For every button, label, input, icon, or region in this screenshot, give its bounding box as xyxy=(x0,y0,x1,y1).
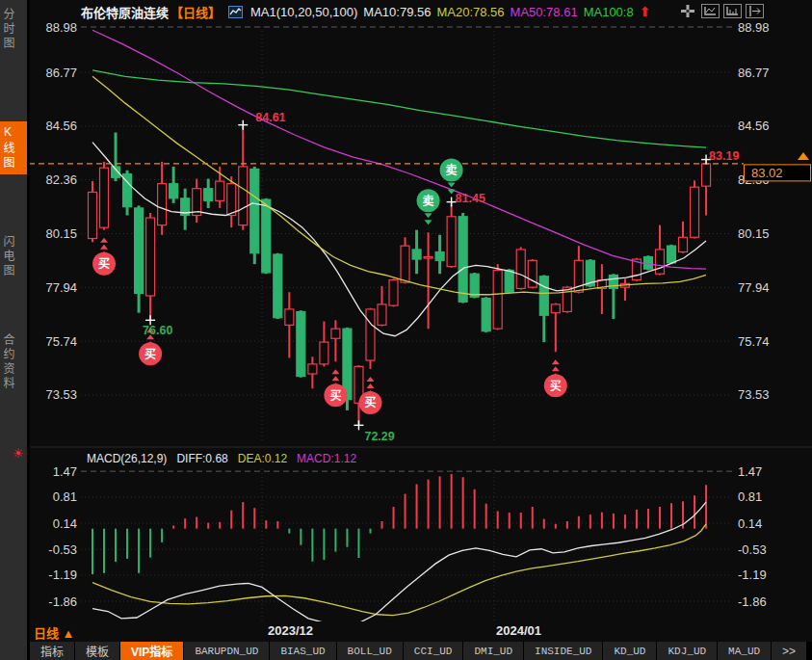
indicator-tab-bar: 指标模板VIP指标BARUPDN_UDBIAS_UDBOLL_UDCCI_UDD… xyxy=(30,642,812,660)
candle-body xyxy=(401,246,409,282)
sell-signal-label: 卖 xyxy=(423,194,434,208)
extreme-price-label: 76.60 xyxy=(143,324,172,337)
macd-tick-right: 1.47 xyxy=(738,464,762,479)
left-sidebar: 分时图 K线图 闪电图 合约资料 xyxy=(0,0,30,660)
scale-chart-icon[interactable] xyxy=(723,3,742,18)
candle-body xyxy=(563,287,571,311)
candle-body xyxy=(493,270,502,329)
price-tick-right: 86.77 xyxy=(738,66,770,80)
macd-tick-left: -0.53 xyxy=(48,542,77,557)
period-tag: 【日线】 xyxy=(170,3,221,21)
candle-body xyxy=(216,181,224,200)
price-tick-left: 73.53 xyxy=(45,387,77,402)
indicator-tab-11[interactable]: MA_UD xyxy=(718,642,771,660)
indicator-tab-8[interactable]: INSIDE_UD xyxy=(524,642,602,660)
buy-arrow-icon xyxy=(552,366,560,371)
price-tick-left: 75.74 xyxy=(45,334,77,349)
candle-body xyxy=(447,217,456,267)
buy-arrow-icon xyxy=(100,245,108,250)
candle-body xyxy=(505,270,513,292)
candle-body xyxy=(389,280,398,306)
candle-body xyxy=(655,250,664,274)
candle-body xyxy=(679,237,688,251)
macd-tick-right: -0.53 xyxy=(738,542,767,557)
candle-body xyxy=(378,304,386,326)
candle-body xyxy=(691,187,699,237)
indicator-tab-6[interactable]: CCI_UD xyxy=(404,642,463,660)
candle-body xyxy=(470,274,479,297)
candle-body xyxy=(308,364,317,374)
mini-chart-icon[interactable] xyxy=(226,4,245,19)
ma10-value: MA10:79.56 xyxy=(363,5,431,19)
scroll-to-latest-icon[interactable] xyxy=(798,152,809,160)
x-axis-date: 2023/12 xyxy=(268,623,313,638)
candle-body xyxy=(89,192,97,238)
fit-chart-icon[interactable] xyxy=(701,3,720,18)
trading-app-window: 88.9888.9886.7786.7784.5684.5682.3682.36… xyxy=(0,0,812,660)
dea-value: DEA:0.12 xyxy=(238,452,287,465)
macd-tick-left: 0.14 xyxy=(53,516,77,531)
indicator-tab-3[interactable]: BARUPDN_UD xyxy=(184,642,269,660)
indicator-tab-2[interactable]: VIP指标 xyxy=(120,642,183,660)
candle-body xyxy=(412,250,421,259)
candle-body xyxy=(482,299,490,331)
buy-signal-label: 买 xyxy=(364,396,376,409)
macd-tick-right: 0.14 xyxy=(738,516,762,531)
indicator-tab-1[interactable]: 模板 xyxy=(75,642,119,660)
buy-arrow-icon xyxy=(552,359,560,364)
sidebar-tab-flash[interactable]: 闪电图 xyxy=(0,231,27,282)
indicator-tab-5[interactable]: BOLL_UD xyxy=(337,642,403,660)
ma-settings-label: MA1(10,20,50,100) xyxy=(250,5,357,19)
candle-body xyxy=(262,199,271,273)
buy-arrow-icon xyxy=(331,369,339,374)
ma100-value: MA100:8 xyxy=(584,5,634,19)
extreme-price-label: 81.45 xyxy=(456,192,485,205)
macd-header: MACD(26,12,9) DIFF:0.68 DEA:0.12 MACD:1.… xyxy=(87,452,356,465)
indicator-tab-0[interactable]: 指标 xyxy=(30,642,74,660)
pane-shift-icon[interactable] xyxy=(746,3,764,18)
candle-body xyxy=(331,329,340,338)
candle-body xyxy=(100,168,109,227)
price-tick-left: 86.77 xyxy=(45,66,77,80)
sell-arrow-icon xyxy=(425,213,432,218)
indicator-tab-10[interactable]: KDJ_UD xyxy=(657,642,717,660)
sidebar-tab-timeline[interactable]: 分时图 xyxy=(0,4,27,55)
indicator-tab-12[interactable]: >> xyxy=(772,642,806,660)
extreme-price-label: 72.29 xyxy=(364,430,394,443)
buy-signal-label: 买 xyxy=(329,389,341,403)
candle-body xyxy=(250,169,259,252)
sidebar-tab-kline[interactable]: K线图 xyxy=(0,121,27,174)
candle-body xyxy=(274,254,282,318)
diff-value: DIFF:0.68 xyxy=(176,452,227,465)
sidebar-tab-contract-info[interactable]: 合约资料 xyxy=(0,330,27,395)
alert-icon[interactable]: ☀ xyxy=(13,446,24,461)
candle-body xyxy=(528,260,537,287)
current-price-value: 83.02 xyxy=(751,166,783,180)
indicator-tab-7[interactable]: DMI_UD xyxy=(463,642,523,660)
candle-body xyxy=(227,184,236,216)
candle-body xyxy=(516,250,525,288)
pan-crosshair-icon[interactable] xyxy=(679,3,697,18)
buy-signal-label: 买 xyxy=(98,257,110,271)
indicator-tab-9[interactable]: KD_UD xyxy=(603,642,656,660)
x-axis-date: 2024/01 xyxy=(496,623,541,638)
macd-value: MACD:1.12 xyxy=(297,452,356,465)
ma-line-ma100 xyxy=(92,70,706,147)
indicator-tab-4[interactable]: BIAS_UD xyxy=(270,642,335,660)
period-selector[interactable]: 日线 ▲ xyxy=(34,623,74,642)
chart-header: 布伦特原油连续 【日线】 MA1(10,20,50,100) MA10:79.5… xyxy=(81,2,650,21)
price-tick-left: 80.15 xyxy=(45,226,77,241)
ma20-value: MA20:78.56 xyxy=(436,5,504,19)
candle-body xyxy=(239,167,248,225)
ma50-value: MA50:78.61 xyxy=(511,5,578,19)
price-tick-left: 82.36 xyxy=(45,172,77,187)
candle-body xyxy=(458,217,467,303)
macd-tick-right: -1.19 xyxy=(738,568,767,582)
extreme-price-label: 84.61 xyxy=(255,111,285,124)
up-arrow-icon: ⬆ xyxy=(640,4,651,19)
candle-body xyxy=(702,164,711,186)
price-tick-right: 84.56 xyxy=(738,119,770,133)
price-tick-right: 80.15 xyxy=(738,226,770,241)
instrument-title: 布伦特原油连续 xyxy=(81,3,169,21)
price-tick-right: 88.98 xyxy=(738,20,770,35)
